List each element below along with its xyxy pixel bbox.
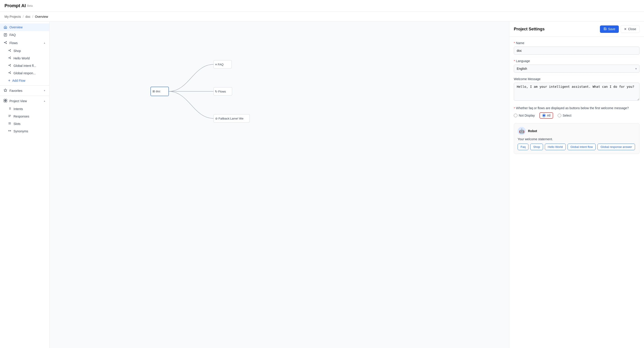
sidebar-section-favorites[interactable]: Favorites ▼ (0, 87, 49, 95)
breadcrumb-sep-1: / (23, 15, 24, 19)
radio-all-highlighted: All (540, 112, 554, 119)
svg-line-12 (9, 50, 10, 51)
svg-line-8 (5, 43, 6, 43)
responses-icon (8, 114, 11, 118)
name-required-star: * (514, 41, 515, 45)
language-label: Language (516, 59, 530, 63)
sidebar-item-slots[interactable]: Slots (0, 120, 49, 127)
svg-point-19 (8, 65, 9, 66)
radio-not-display[interactable]: Not Display (514, 114, 535, 117)
svg-point-10 (10, 49, 10, 50)
svg-line-17 (9, 57, 10, 58)
sidebar-item-global-intent[interactable]: Global intent fl... (0, 62, 49, 69)
svg-line-22 (9, 65, 10, 65)
sidebar-item-hello-world[interactable]: Hello World (0, 55, 49, 62)
radio-select-input[interactable] (558, 114, 561, 117)
svg-text:≡ FAQ: ≡ FAQ (215, 63, 224, 66)
sidebar-favorites-label: Favorites (10, 89, 22, 93)
canvas-area[interactable]: ⊞ doc ≡ FAQ ↻ Flows ⊘ Fallback:Lame! We (50, 22, 509, 348)
breadcrumb-current: Overview (35, 15, 48, 19)
radio-not-display-label: Not Display (519, 114, 535, 117)
radio-not-display-input[interactable] (514, 114, 518, 117)
name-group: * Name (514, 41, 640, 55)
add-icon: + (8, 79, 10, 83)
sidebar-item-intents[interactable]: Intents (0, 105, 49, 113)
flows-icon (4, 41, 7, 45)
sidebar-divider-2 (0, 96, 49, 96)
robot-btn-shop[interactable]: Shop (530, 144, 543, 150)
sidebar-item-synonyms[interactable]: Synonyms (0, 127, 49, 135)
svg-point-20 (10, 64, 10, 65)
app-title: Prompt AI (4, 3, 26, 8)
breadcrumb-root[interactable]: My Projects (4, 15, 21, 19)
save-label: Save (608, 27, 615, 31)
panel-title: Project Settings (514, 27, 600, 32)
sidebar-item-overview[interactable]: Overview (0, 24, 49, 31)
welcome-message-label: Welcome Message (514, 77, 640, 81)
sidebar-global-intent-label: Global intent fl... (14, 64, 36, 68)
sidebar-item-responses[interactable]: Responses (0, 113, 49, 120)
svg-point-21 (10, 66, 10, 66)
svg-line-13 (9, 51, 10, 51)
slots-icon (8, 122, 11, 126)
main-layout: Overview FAQ Flows ▲ Shop (0, 22, 644, 348)
svg-rect-30 (4, 99, 5, 100)
sidebar-item-global-response[interactable]: Global respon... (0, 69, 49, 77)
language-required-star: * (514, 59, 515, 63)
robot-btn-global-response-answer[interactable]: Global response answer (598, 144, 635, 150)
sidebar-overview-label: Overview (10, 26, 22, 29)
intents-icon (8, 107, 11, 111)
sidebar: Overview FAQ Flows ▲ Shop (0, 22, 50, 348)
language-select[interactable]: English French German Spanish (514, 65, 640, 73)
robot-preview: 🤖 Robot Your welcome statement. Faq Shop… (514, 123, 640, 154)
sidebar-global-response-label: Global respon... (14, 71, 36, 75)
welcome-message-label-text: Welcome Message (514, 77, 540, 81)
svg-point-24 (8, 73, 9, 73)
svg-marker-29 (4, 89, 7, 92)
welcome-message-group: Welcome Message Hello, I am your intelli… (514, 77, 640, 101)
radio-select[interactable]: Select (558, 114, 571, 117)
radio-all-input[interactable] (542, 114, 546, 117)
panel-body: * Name * Language English French German … (509, 37, 644, 348)
save-button[interactable]: Save (600, 26, 619, 33)
svg-line-23 (9, 65, 10, 66)
svg-rect-31 (6, 99, 7, 100)
svg-point-4 (4, 42, 5, 43)
svg-point-25 (10, 72, 10, 72)
sidebar-shop-label: Shop (14, 49, 21, 53)
name-input[interactable] (514, 47, 640, 55)
radio-group: Not Display All Select (514, 112, 640, 119)
robot-btn-global-intent-flow[interactable]: Global intent flow (568, 144, 596, 150)
language-select-wrapper: English French German Spanish (514, 65, 640, 73)
breadcrumb: My Projects / doc / Overview (0, 12, 644, 22)
name-label-row: * Name (514, 41, 640, 45)
sidebar-responses-label: Responses (14, 115, 29, 118)
flows-chevron-icon: ▲ (44, 42, 46, 44)
svg-text:⊘ Fallback:Lame! We: ⊘ Fallback:Lame! We (215, 117, 244, 120)
svg-rect-32 (4, 101, 5, 102)
radio-all[interactable]: All (542, 114, 551, 117)
sidebar-section-flows[interactable]: Flows ▲ (0, 39, 49, 47)
panel-header: Project Settings Save ✕ Close (509, 22, 644, 37)
robot-header: 🤖 Robot (518, 127, 636, 135)
breadcrumb-project[interactable]: doc (26, 15, 30, 19)
robot-name: Robot (528, 129, 537, 133)
sidebar-item-shop[interactable]: Shop (0, 47, 49, 55)
close-label: Close (628, 27, 636, 31)
close-button[interactable]: ✕ Close (620, 25, 640, 33)
robot-btn-faq[interactable]: Faq (518, 144, 528, 150)
add-flow-button[interactable]: + Add Flow (0, 77, 49, 84)
sidebar-item-faq[interactable]: FAQ (0, 31, 49, 39)
svg-text:⊞ doc: ⊞ doc (152, 90, 160, 93)
robot-btn-hello-world[interactable]: Hello World (545, 144, 566, 150)
display-question-label-row: * Whether faq or flows are displayed as … (514, 106, 640, 111)
svg-line-27 (9, 72, 10, 73)
breadcrumb-sep-2: / (32, 15, 33, 19)
sidebar-section-project-view[interactable]: Project View ▲ (0, 97, 49, 105)
faq-icon (4, 33, 7, 37)
app-header: Prompt AI Beta (0, 0, 644, 12)
add-flow-label: Add Flow (12, 79, 26, 82)
welcome-message-input[interactable]: Hello, I am your intelligent assistant. … (514, 83, 640, 101)
robot-message: Your welcome statement. (518, 137, 636, 141)
svg-line-7 (5, 42, 6, 43)
